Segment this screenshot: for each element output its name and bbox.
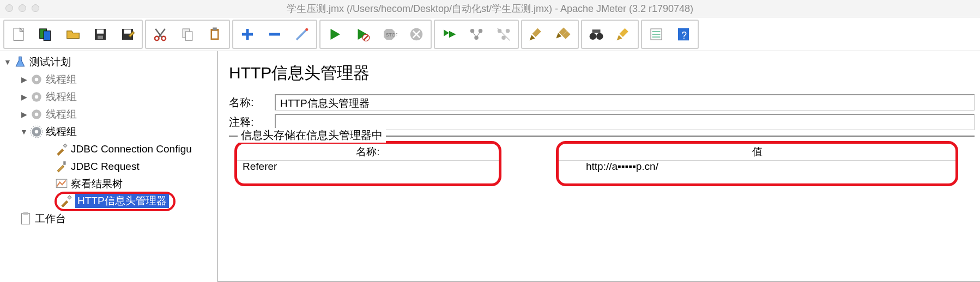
tree-threadgroup-active[interactable]: ▼ 线程组 [0,123,217,140]
tree-threadgroup-disabled-3[interactable]: ▶ 线程组 [0,106,217,123]
stop-button[interactable]: STOP [377,22,402,46]
plus-icon [239,26,256,42]
play-icon [326,26,343,42]
gear-icon [29,107,44,121]
save-button[interactable] [88,22,113,46]
svg-point-9 [155,36,159,40]
tree-threadgroup-disabled-1[interactable]: ▶ 线程组 [0,71,217,88]
minimize-dot[interactable] [19,4,26,12]
toolbar-group-search [581,20,639,49]
toolbar-group-edit [145,20,230,49]
name-row: 名称: HTTP信息头管理器 [229,94,975,111]
tree-workbench[interactable]: 工作台 [0,210,217,228]
pipette-icon [55,160,69,174]
remote-start-button[interactable] [437,22,462,46]
toolbar-group-misc: ? [641,20,699,49]
cut-button[interactable] [148,22,173,46]
wrench-icon [59,194,73,208]
toolbar-group-tree [232,20,317,49]
chevron-right-icon[interactable]: ▶ [19,93,29,101]
templates-button[interactable] [33,22,58,46]
clear-button[interactable] [524,22,549,46]
remote-stop-button[interactable] [491,22,516,46]
document-icon [10,26,27,42]
toggle-button[interactable] [289,22,314,46]
chevron-right-icon[interactable]: ▶ [19,75,29,84]
paste-button[interactable] [202,22,227,46]
page-title: HTTP信息头管理器 [229,62,975,84]
svg-rect-34 [592,29,601,33]
save-as-icon [119,26,136,42]
tree-label: 线程组 [46,107,77,121]
header-name-cell[interactable]: Referer [237,161,499,183]
nodes-stop-icon [495,26,512,42]
copy-button[interactable] [175,22,200,46]
tree-http-header-manager[interactable]: HTTP信息头管理器 [0,193,217,210]
start-no-pauses-button[interactable] [349,22,374,46]
copy-icon [179,26,196,42]
chevron-right-icon[interactable]: ▶ [19,110,29,119]
broom-double-icon [555,26,572,42]
tree-view-results-tree[interactable]: 察看结果树 [0,175,217,193]
svg-point-27 [479,29,483,33]
help-icon: ? [675,26,692,42]
chevron-down-icon[interactable]: ▼ [2,58,13,66]
svg-rect-8 [124,29,131,34]
start-button[interactable] [322,22,347,46]
headers-table[interactable]: 名称: Referer 值 http://a▪▪▪▪▪p.cn/ [229,141,975,186]
open-button[interactable] [61,22,86,46]
svg-rect-3 [44,30,51,40]
scissors-icon [152,26,168,42]
close-dot[interactable] [5,4,13,12]
zoom-dot[interactable] [32,4,39,12]
toolbar-group-run: STOP [319,20,432,49]
help-button[interactable]: ? [671,22,696,46]
svg-marker-17 [331,29,341,40]
list-icon [648,26,664,42]
minus-button[interactable] [262,22,287,46]
svg-rect-52 [21,213,29,224]
svg-point-42 [35,78,39,82]
tree-label: 线程组 [46,90,77,104]
shutdown-icon [408,26,425,42]
header-value-column: 值 http://a▪▪▪▪▪p.cn/ [556,141,958,186]
svg-point-32 [590,33,597,40]
clipboard-icon [19,212,33,226]
name-input[interactable]: HTTP信息头管理器 [275,94,975,111]
header-name-th: 名称: [237,144,499,161]
clear-all-button[interactable] [551,22,576,46]
tree-jdbc-request[interactable]: JDBC Request [0,158,217,175]
editor-panel: HTTP信息头管理器 名称: HTTP信息头管理器 注释: 信息头存储在信息头管… [218,51,980,282]
minus-icon [267,26,283,42]
binoculars-icon [588,26,604,42]
name-label: 名称: [229,95,275,110]
broom-icon [528,26,545,42]
gear-icon [29,125,44,139]
search-button[interactable] [584,22,609,46]
save-as-button[interactable] [115,22,140,46]
traffic-lights [5,4,39,12]
nodes-icon [468,26,485,42]
tree-panel[interactable]: ▼ 测试计划 ▶ 线程组 ▶ 线程组 ▶ 线程组 [0,51,218,282]
svg-rect-50 [63,161,65,165]
plus-button[interactable] [235,22,260,46]
reset-search-button[interactable] [611,22,636,46]
tree-jdbc-config[interactable]: JDBC Connection Configu [0,140,217,158]
svg-point-48 [35,130,39,134]
new-button[interactable] [6,22,31,46]
header-value-th: 值 [559,144,955,161]
function-helper-button[interactable] [644,22,669,46]
tree-root-testplan[interactable]: ▼ 测试计划 [0,53,217,71]
tree-label: JDBC Request [71,161,140,173]
wand-icon [294,26,310,42]
remote-start-all-button[interactable] [464,22,489,46]
header-value-cell[interactable]: http://a▪▪▪▪▪p.cn/ [559,161,955,183]
window-titlebar: 学生压测.jmx (/Users/hecom/Desktop/自动化st/学生压… [0,0,980,17]
play-double-icon [441,26,457,42]
svg-rect-6 [98,35,103,39]
chevron-down-icon[interactable]: ▼ [19,127,29,136]
tree-threadgroup-disabled-2[interactable]: ▶ 线程组 [0,88,217,106]
tree-label: 线程组 [46,125,77,139]
svg-point-46 [35,113,39,117]
shutdown-button[interactable] [404,22,429,46]
